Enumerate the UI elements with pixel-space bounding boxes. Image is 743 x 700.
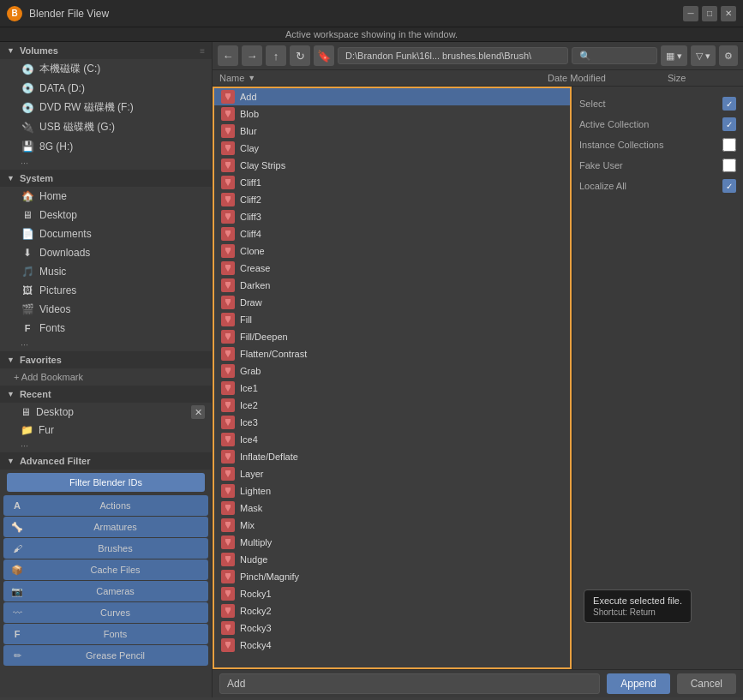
maximize-button[interactable]: □ — [702, 6, 717, 21]
file-type-icon — [221, 124, 235, 138]
system-section-header[interactable]: ▼ System — [0, 170, 212, 187]
list-item[interactable]: Clay Strips — [214, 157, 570, 174]
system-expand-button[interactable]: ··· — [0, 338, 212, 351]
sidebar-item-downloads[interactable]: ⬇ Downloads — [0, 243, 212, 262]
file-type-icon — [221, 381, 235, 395]
file-type-icon — [221, 501, 235, 515]
list-item[interactable]: Rocky3 — [214, 619, 570, 637]
list-item[interactable]: Rocky4 — [214, 637, 570, 654]
recent-expand-button[interactable]: ··· — [0, 439, 212, 452]
cancel-button[interactable]: Cancel — [677, 673, 736, 694]
list-item[interactable]: Lighten — [214, 482, 570, 500]
list-item[interactable]: Rocky2 — [214, 602, 570, 619]
list-item[interactable]: Cliff4 — [214, 225, 570, 242]
list-item[interactable]: Darken — [214, 277, 570, 294]
list-item[interactable]: Blob — [214, 105, 570, 123]
refresh-button[interactable]: ↻ — [290, 45, 310, 66]
sidebar-item-c-drive[interactable]: 💿 本機磁碟 (C:) — [0, 59, 212, 79]
instance-collections-checkbox[interactable] — [722, 138, 736, 152]
file-type-icon — [221, 313, 235, 326]
filter-cache-files-button[interactable]: 📦 Cache Files — [3, 559, 208, 580]
list-item[interactable]: Cliff3 — [214, 208, 570, 225]
sidebar-item-music[interactable]: 🎵 Music — [0, 262, 212, 281]
back-button[interactable]: ← — [218, 45, 238, 66]
list-item[interactable]: Draw — [214, 294, 570, 311]
close-button[interactable]: ✕ — [721, 6, 736, 21]
list-item[interactable]: Pinch/Magnify — [214, 568, 570, 585]
list-item[interactable]: Ice4 — [214, 431, 570, 448]
disk-icon: 💿 — [21, 63, 34, 76]
file-name-label: Mix — [240, 520, 563, 530]
view-toggle-button[interactable]: ▦ ▾ — [661, 45, 687, 66]
favorites-section-header[interactable]: ▼ Favorites — [0, 351, 212, 368]
list-item[interactable]: Inflate/Deflate — [214, 448, 570, 465]
list-item[interactable]: Crease — [214, 260, 570, 277]
sidebar-item-home[interactable]: 🏠 Home — [0, 187, 212, 206]
sidebar-item-d-drive[interactable]: 💿 DATA (D:) — [0, 79, 212, 98]
select-checkbox[interactable]: ✓ — [722, 97, 736, 111]
list-item[interactable]: Multiply — [214, 534, 570, 551]
file-type-icon — [221, 484, 235, 498]
volumes-expand-button[interactable]: ··· — [0, 156, 212, 170]
recent-remove-desktop-button[interactable]: ✕ — [191, 405, 205, 419]
list-item[interactable]: Clone — [214, 242, 570, 260]
list-item[interactable]: Ice1 — [214, 380, 570, 397]
file-name-label: Rocky3 — [240, 623, 563, 633]
file-name-label: Crease — [240, 263, 563, 273]
filter-toggle-button[interactable]: ▽ ▾ — [691, 45, 716, 66]
sidebar-item-documents[interactable]: 📄 Documents — [0, 224, 212, 243]
active-collection-checkbox[interactable]: ✓ — [722, 117, 736, 131]
filter-armatures-button[interactable]: 🦴 Armatures — [3, 517, 208, 537]
filter-grease-pencil-button[interactable]: ✏ Grease Pencil — [3, 645, 208, 666]
sidebar-item-videos[interactable]: 🎬 Videos — [0, 300, 212, 319]
filter-cameras-button[interactable]: 📷 Cameras — [3, 581, 208, 601]
list-item[interactable]: Rocky1 — [214, 585, 570, 602]
list-item[interactable]: Ice3 — [214, 414, 570, 431]
filter-actions-button[interactable]: A Actions — [3, 495, 208, 516]
list-item[interactable]: Nudge — [214, 551, 570, 568]
sidebar-item-usb-drive[interactable]: 🔌 USB 磁碟機 (G:) — [0, 117, 212, 137]
list-item[interactable]: Mask — [214, 500, 570, 517]
list-item[interactable]: Fill — [214, 311, 570, 328]
sidebar-item-dvd-drive[interactable]: 💿 DVD RW 磁碟機 (F:) — [0, 98, 212, 117]
path-input[interactable] — [338, 47, 568, 64]
advanced-filter-section-header[interactable]: ▼ Advanced Filter — [0, 452, 212, 470]
downloads-icon: ⬇ — [21, 246, 34, 260]
list-item[interactable]: Grab — [214, 362, 570, 380]
sidebar-item-desktop[interactable]: 🖥 Desktop — [0, 206, 212, 224]
list-item[interactable]: Ice2 — [214, 397, 570, 414]
filter-curves-button[interactable]: 〰 Curves — [3, 602, 208, 623]
localize-all-checkbox[interactable]: ✓ — [722, 179, 736, 193]
fake-user-checkbox[interactable] — [722, 159, 736, 172]
filename-input[interactable] — [219, 673, 600, 694]
list-item[interactable]: Fill/Deepen — [214, 328, 570, 345]
list-item[interactable]: Layer — [214, 465, 570, 482]
settings-button[interactable]: ⚙ — [719, 45, 738, 66]
file-name-label: Pinch/Magnify — [240, 571, 563, 582]
recent-item-fur[interactable]: 📁 Fur — [0, 422, 212, 439]
sidebar-item-8g-drive[interactable]: 💾 8G (H:) — [0, 137, 212, 156]
recent-item-desktop[interactable]: 🖥 Desktop ✕ — [0, 403, 212, 422]
list-item[interactable]: Cliff2 — [214, 191, 570, 208]
list-item[interactable]: Clay — [214, 140, 570, 157]
filter-fonts-button[interactable]: F Fonts — [3, 624, 208, 644]
add-bookmark-button[interactable]: + Add Bookmark — [0, 368, 212, 386]
list-item[interactable]: Cliff1 — [214, 174, 570, 191]
sidebar-item-fonts[interactable]: F Fonts — [0, 319, 212, 338]
up-button[interactable]: ↑ — [266, 45, 286, 66]
list-item[interactable]: Mix — [214, 517, 570, 534]
bookmark-button[interactable]: 🔖 — [314, 45, 334, 66]
search-input[interactable] — [572, 47, 657, 64]
volumes-section-header[interactable]: ▼ Volumes ≡ — [0, 42, 212, 59]
file-name-label: Cliff2 — [240, 194, 563, 205]
append-button[interactable]: Append — [607, 673, 669, 694]
minimize-button[interactable]: ─ — [683, 6, 698, 21]
sidebar-item-pictures[interactable]: 🖼 Pictures — [0, 281, 212, 300]
list-item[interactable]: Flatten/Contrast — [214, 345, 570, 362]
filter-blender-ids-button[interactable]: Filter Blender IDs — [7, 473, 205, 492]
recent-section-header[interactable]: ▼ Recent — [0, 386, 212, 403]
filter-brushes-button[interactable]: 🖌 Brushes — [3, 538, 208, 559]
list-item[interactable]: Blur — [214, 123, 570, 140]
list-item[interactable]: Add — [214, 88, 570, 105]
forward-button[interactable]: → — [242, 45, 262, 66]
